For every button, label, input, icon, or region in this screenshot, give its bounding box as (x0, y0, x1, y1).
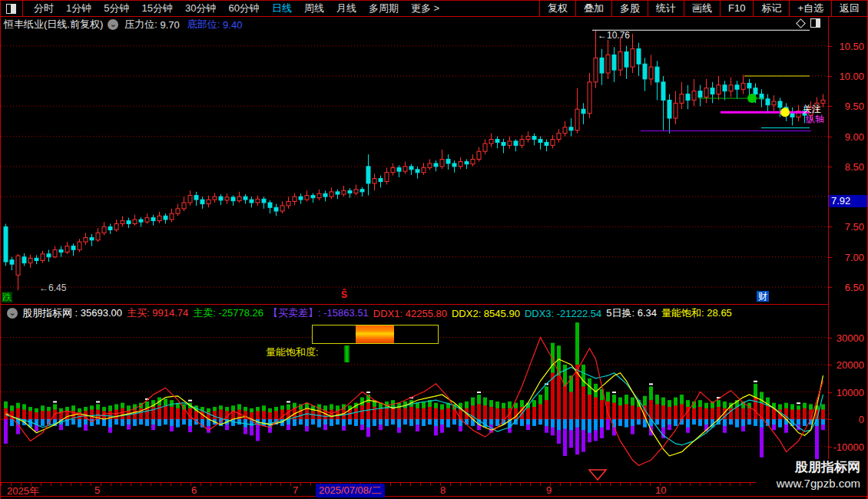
svg-text:纵轴: 纵轴 (806, 114, 824, 124)
indicator-value-3: 【买卖差】: -15863.51 (268, 306, 369, 320)
svg-text:←10.76: ←10.76 (598, 30, 630, 41)
price-tick-label-7: 6.50 (845, 282, 864, 293)
symbol-title: 恒丰纸业(日线.前复权) (4, 18, 103, 31)
menu-item-period-5[interactable]: 60分钟 (222, 1, 265, 16)
indicator-value-6: DDX3: -21222.54 (525, 308, 601, 319)
price-tick-label-0: 10.50 (839, 41, 864, 52)
menu-item-tool-3[interactable]: 统计 (648, 1, 684, 16)
menu-item-period-7[interactable]: 周线 (298, 1, 330, 16)
date-label-6: 9 (546, 484, 552, 496)
price-tick-label-5: 7.50 (845, 221, 864, 233)
value-tick-mark (829, 419, 832, 420)
menu-item-tool-2[interactable]: 多股 (611, 1, 648, 16)
menu-item-period-4[interactable]: 30分钟 (179, 1, 222, 16)
menu-item-period-8[interactable]: 月线 (330, 1, 363, 16)
menu-item-tool-6[interactable]: 标记 (753, 1, 789, 16)
pane-controls (797, 18, 820, 28)
price-tick-mark (829, 226, 832, 227)
window-bottom-border (1, 496, 867, 497)
layout-split-icon[interactable] (6, 4, 16, 14)
price-tick-mark (829, 257, 832, 258)
date-label-2: 6 (191, 484, 197, 496)
price-tick-label-4: 8.50 (845, 161, 864, 173)
diamond-icon[interactable] (796, 18, 806, 28)
watermark: 股朋指标网 www.7gpzb.com (756, 459, 865, 496)
value-tick-label-2: 10000 (837, 387, 864, 398)
watermark-site-name: 股朋指标网 (756, 459, 860, 476)
current-price-tag: 7.92 (829, 195, 867, 207)
price-tick-label-3: 9.00 (845, 131, 864, 143)
sell-signal-marker: Ŝ (341, 289, 347, 300)
date-label-3: 7 (293, 484, 298, 496)
pressure-label: 压力位: (124, 18, 157, 31)
menu-item-tool-4[interactable]: 画线 (684, 1, 720, 16)
menu-item-period-3[interactable]: 15分钟 (135, 1, 178, 16)
chart-header: 恒丰纸业(日线.前复权) ⌄ 压力位: 9.70 底部位: 9.40 (4, 18, 242, 31)
price-tick-mark (829, 76, 832, 77)
value-tick-label-1: 20000 (837, 359, 864, 371)
trading-app-window: 分时1分钟5分钟15分钟30分钟60分钟日线周线月线多周期更多 > 复权叠加多股… (0, 0, 868, 499)
tools-menu: 复权叠加多股统计画线F10标记+自选返回 (539, 1, 867, 16)
indicator-value-5: DDX2: 8545.90 (452, 308, 520, 319)
menu-item-period-2[interactable]: 5分钟 (98, 1, 135, 16)
period-menu: 分时1分钟5分钟15分钟30分钟60分钟日线周线月线多周期更多 > (1, 1, 446, 16)
pressure-value: 9.70 (161, 19, 180, 31)
value-tick-label-0: 30000 (837, 332, 864, 344)
menu-item-period-9[interactable]: 多周期 (363, 1, 405, 16)
indicator-value-7: 5日换: 6.34 (606, 306, 657, 320)
price-tick-mark (829, 46, 832, 47)
indicator-header: ⌄ 股朋指标网 : 35693.00主买: 9914.74主卖: -25778.… (2, 306, 737, 320)
right-axis: 7.92 10.5010.009.509.008.507.507.006.503… (828, 17, 867, 496)
gauge-label: 量能饱和度: (266, 345, 319, 359)
menu-divider (22, 0, 23, 17)
value-tick-mark (829, 365, 832, 365)
price-tick-label-6: 7.00 (845, 252, 864, 263)
price-tick-label-1: 10.00 (839, 71, 864, 82)
window-split-icon[interactable] (810, 18, 820, 28)
indicator-chart[interactable] (1, 322, 828, 481)
watermark-url: www.7gpzb.com (756, 476, 860, 491)
main-candlestick-chart[interactable]: ←10.76←6.45关注纵轴 (1, 17, 828, 304)
menu-item-period-0[interactable]: 分时 (28, 1, 60, 16)
menu-item-period-1[interactable]: 1分钟 (60, 1, 98, 16)
bottom-label: 底部位: (187, 18, 220, 31)
fall-badge: 跌 (2, 292, 12, 302)
value-tick-label-4: -10000 (833, 441, 864, 453)
date-label-0: 2025年 (7, 484, 39, 498)
menu-item-tool-1[interactable]: 叠加 (575, 1, 611, 16)
menu-item-tool-0[interactable]: 复权 (539, 1, 575, 16)
collapse-chevron-icon[interactable]: ⌄ (108, 19, 118, 30)
menu-item-tool-5[interactable]: F10 (720, 1, 753, 16)
gauge-fill (356, 326, 394, 343)
menu-item-period-6[interactable]: 日线 (266, 1, 298, 16)
date-label-5: 8 (440, 484, 446, 496)
price-tick-mark (829, 137, 832, 137)
pane-separator (1, 304, 828, 305)
menu-item-tool-7[interactable]: +自选 (789, 1, 831, 16)
collapse-chevron-icon[interactable]: ⌄ (7, 308, 18, 319)
date-label-1: 5 (94, 484, 100, 496)
gauge-pointer (344, 345, 350, 362)
value-tick-mark (829, 447, 832, 448)
axis-marker-triangle-icon (588, 468, 608, 481)
price-tick-mark (829, 106, 832, 107)
finance-badge: 财 (757, 291, 769, 302)
menu-item-period-10[interactable]: 更多 > (405, 1, 446, 16)
date-label-7: 10 (655, 484, 666, 496)
date-axis[interactable]: 2025年5672025/07/08/二8910 (1, 482, 828, 496)
svg-text:←6.45: ←6.45 (39, 283, 67, 293)
indicator-value-8: 量能饱和: 28.65 (661, 306, 732, 320)
indicator-value-2: 主卖: -25778.26 (193, 306, 263, 320)
svg-text:关注: 关注 (803, 104, 821, 114)
top-menu-bar: 分时1分钟5分钟15分钟30分钟60分钟日线周线月线多周期更多 > 复权叠加多股… (1, 0, 867, 17)
bottom-value: 9.40 (223, 19, 242, 31)
energy-saturation-gauge (312, 325, 439, 344)
indicator-value-0: 股朋指标网 : 35693.00 (22, 306, 122, 320)
indicator-value-4: DDX1: 42255.80 (373, 308, 447, 319)
indicator-value-1: 主买: 9914.74 (127, 306, 188, 320)
value-tick-label-3: 0 (859, 414, 864, 425)
selected-date-label: 2025/07/08/二 (316, 484, 385, 497)
price-tick-mark (829, 287, 832, 288)
menu-item-tool-8[interactable]: 返回 (831, 1, 867, 16)
price-tick-mark (829, 167, 832, 167)
